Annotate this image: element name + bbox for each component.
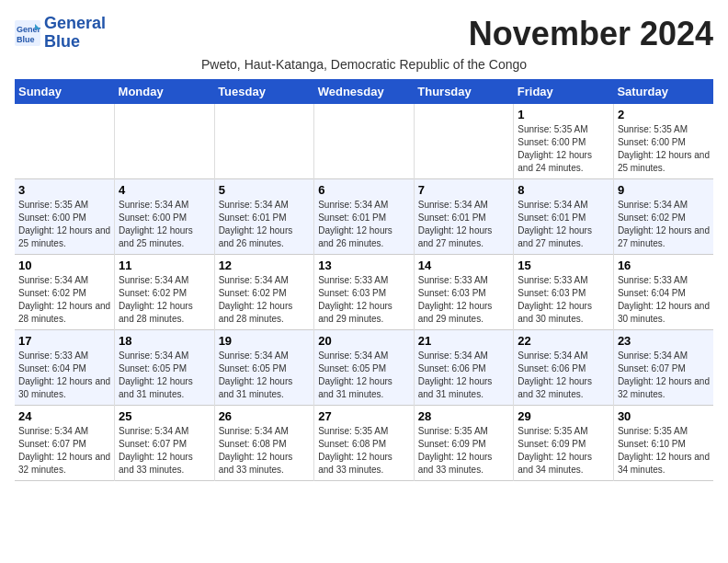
calendar-week-4: 17Sunrise: 5:33 AMSunset: 6:04 PMDayligh… [15, 330, 713, 406]
calendar-cell [314, 104, 415, 179]
day-number: 27 [318, 409, 410, 423]
calendar-cell: 4Sunrise: 5:34 AMSunset: 6:00 PMDaylight… [115, 179, 215, 255]
calendar-cell: 25Sunrise: 5:34 AMSunset: 6:07 PMDayligh… [115, 406, 215, 481]
day-number: 15 [518, 259, 609, 272]
calendar-cell: 6Sunrise: 5:34 AMSunset: 6:01 PMDaylight… [314, 179, 415, 255]
calendar-cell: 8Sunrise: 5:34 AMSunset: 6:01 PMDaylight… [514, 179, 614, 255]
calendar-cell: 1Sunrise: 5:35 AMSunset: 6:00 PMDaylight… [514, 104, 614, 179]
day-number: 16 [618, 259, 710, 272]
day-info: Sunrise: 5:34 AMSunset: 6:02 PMDaylight:… [219, 274, 311, 326]
day-number: 4 [119, 183, 210, 197]
day-number: 9 [618, 183, 710, 197]
calendar-cell: 11Sunrise: 5:34 AMSunset: 6:02 PMDayligh… [115, 255, 215, 330]
weekday-header-saturday: Saturday [613, 79, 713, 104]
day-info: Sunrise: 5:34 AMSunset: 6:07 PMDaylight:… [18, 425, 110, 477]
logo-icon: General Blue [15, 20, 40, 46]
day-info: Sunrise: 5:35 AMSunset: 6:00 PMDaylight:… [18, 199, 110, 250]
day-number: 8 [518, 183, 609, 197]
day-info: Sunrise: 5:35 AMSunset: 6:09 PMDaylight:… [518, 425, 609, 477]
day-info: Sunrise: 5:34 AMSunset: 6:01 PMDaylight:… [219, 199, 311, 250]
day-number: 29 [518, 409, 609, 423]
day-info: Sunrise: 5:35 AMSunset: 6:09 PMDaylight:… [418, 425, 510, 477]
subtitle: Pweto, Haut-Katanga, Democratic Republic… [15, 57, 713, 72]
day-info: Sunrise: 5:34 AMSunset: 6:05 PMDaylight:… [219, 350, 311, 401]
day-info: Sunrise: 5:35 AMSunset: 6:10 PMDaylight:… [618, 425, 710, 477]
day-info: Sunrise: 5:34 AMSunset: 6:02 PMDaylight:… [18, 274, 110, 326]
day-info: Sunrise: 5:33 AMSunset: 6:04 PMDaylight:… [618, 274, 710, 326]
day-number: 12 [219, 259, 311, 272]
day-info: Sunrise: 5:34 AMSunset: 6:08 PMDaylight:… [219, 425, 311, 477]
calendar-cell [414, 104, 514, 179]
calendar-cell: 28Sunrise: 5:35 AMSunset: 6:09 PMDayligh… [414, 406, 514, 481]
calendar-cell: 13Sunrise: 5:33 AMSunset: 6:03 PMDayligh… [314, 255, 415, 330]
day-number: 24 [18, 409, 110, 423]
day-number: 13 [318, 259, 410, 272]
day-number: 17 [18, 334, 110, 348]
day-info: Sunrise: 5:35 AMSunset: 6:08 PMDaylight:… [318, 425, 410, 477]
day-number: 18 [119, 334, 210, 348]
calendar-cell: 5Sunrise: 5:34 AMSunset: 6:01 PMDaylight… [214, 179, 314, 255]
day-number: 21 [418, 334, 510, 348]
day-number: 30 [618, 409, 710, 423]
day-info: Sunrise: 5:35 AMSunset: 6:00 PMDaylight:… [518, 123, 609, 175]
calendar-table: SundayMondayTuesdayWednesdayThursdayFrid… [15, 79, 713, 481]
weekday-header-wednesday: Wednesday [314, 79, 415, 104]
day-info: Sunrise: 5:34 AMSunset: 6:05 PMDaylight:… [119, 350, 210, 401]
day-info: Sunrise: 5:34 AMSunset: 6:01 PMDaylight:… [418, 199, 510, 250]
day-number: 11 [119, 259, 210, 272]
day-number: 6 [318, 183, 410, 197]
calendar-week-2: 3Sunrise: 5:35 AMSunset: 6:00 PMDaylight… [15, 179, 713, 255]
calendar-cell: 26Sunrise: 5:34 AMSunset: 6:08 PMDayligh… [214, 406, 314, 481]
day-number: 1 [518, 108, 609, 121]
calendar-cell: 19Sunrise: 5:34 AMSunset: 6:05 PMDayligh… [214, 330, 314, 406]
weekday-header-sunday: Sunday [15, 79, 115, 104]
day-info: Sunrise: 5:34 AMSunset: 6:01 PMDaylight:… [518, 199, 609, 250]
calendar-cell: 29Sunrise: 5:35 AMSunset: 6:09 PMDayligh… [514, 406, 614, 481]
day-info: Sunrise: 5:33 AMSunset: 6:03 PMDaylight:… [418, 274, 510, 326]
logo-line1: General [44, 15, 106, 33]
day-info: Sunrise: 5:34 AMSunset: 6:01 PMDaylight:… [318, 199, 410, 250]
calendar-cell: 22Sunrise: 5:34 AMSunset: 6:06 PMDayligh… [514, 330, 614, 406]
day-info: Sunrise: 5:33 AMSunset: 6:03 PMDaylight:… [318, 274, 410, 326]
day-number: 28 [418, 409, 510, 423]
day-number: 23 [618, 334, 710, 348]
day-info: Sunrise: 5:34 AMSunset: 6:07 PMDaylight:… [119, 425, 210, 477]
day-number: 14 [418, 259, 510, 272]
day-info: Sunrise: 5:34 AMSunset: 6:06 PMDaylight:… [518, 350, 609, 401]
calendar-week-5: 24Sunrise: 5:34 AMSunset: 6:07 PMDayligh… [15, 406, 713, 481]
day-number: 19 [219, 334, 311, 348]
calendar-cell: 18Sunrise: 5:34 AMSunset: 6:05 PMDayligh… [115, 330, 215, 406]
calendar-cell [15, 104, 115, 179]
day-number: 2 [618, 108, 710, 121]
calendar-cell: 15Sunrise: 5:33 AMSunset: 6:03 PMDayligh… [514, 255, 614, 330]
day-info: Sunrise: 5:34 AMSunset: 6:02 PMDaylight:… [618, 199, 710, 250]
calendar-cell: 23Sunrise: 5:34 AMSunset: 6:07 PMDayligh… [613, 330, 713, 406]
weekday-header-friday: Friday [514, 79, 614, 104]
day-info: Sunrise: 5:33 AMSunset: 6:04 PMDaylight:… [18, 350, 110, 401]
day-info: Sunrise: 5:35 AMSunset: 6:00 PMDaylight:… [618, 123, 710, 175]
month-title: November 2024 [469, 15, 713, 53]
calendar-cell: 3Sunrise: 5:35 AMSunset: 6:00 PMDaylight… [15, 179, 115, 255]
day-info: Sunrise: 5:34 AMSunset: 6:07 PMDaylight:… [618, 350, 710, 401]
day-number: 5 [219, 183, 311, 197]
calendar-cell: 16Sunrise: 5:33 AMSunset: 6:04 PMDayligh… [613, 255, 713, 330]
calendar-cell: 20Sunrise: 5:34 AMSunset: 6:05 PMDayligh… [314, 330, 415, 406]
calendar-week-1: 1Sunrise: 5:35 AMSunset: 6:00 PMDaylight… [15, 104, 713, 179]
calendar-cell [115, 104, 215, 179]
day-number: 26 [219, 409, 311, 423]
day-number: 7 [418, 183, 510, 197]
logo-line2: Blue [44, 33, 106, 52]
calendar-cell: 2Sunrise: 5:35 AMSunset: 6:00 PMDaylight… [613, 104, 713, 179]
calendar-cell: 17Sunrise: 5:33 AMSunset: 6:04 PMDayligh… [15, 330, 115, 406]
day-number: 25 [119, 409, 210, 423]
calendar-week-3: 10Sunrise: 5:34 AMSunset: 6:02 PMDayligh… [15, 255, 713, 330]
day-info: Sunrise: 5:34 AMSunset: 6:02 PMDaylight:… [119, 274, 210, 326]
weekday-header-monday: Monday [115, 79, 215, 104]
day-number: 3 [18, 183, 110, 197]
day-number: 22 [518, 334, 609, 348]
calendar-cell: 10Sunrise: 5:34 AMSunset: 6:02 PMDayligh… [15, 255, 115, 330]
calendar-cell: 9Sunrise: 5:34 AMSunset: 6:02 PMDaylight… [613, 179, 713, 255]
day-info: Sunrise: 5:34 AMSunset: 6:06 PMDaylight:… [418, 350, 510, 401]
day-info: Sunrise: 5:34 AMSunset: 6:05 PMDaylight:… [318, 350, 410, 401]
weekday-header-thursday: Thursday [414, 79, 514, 104]
